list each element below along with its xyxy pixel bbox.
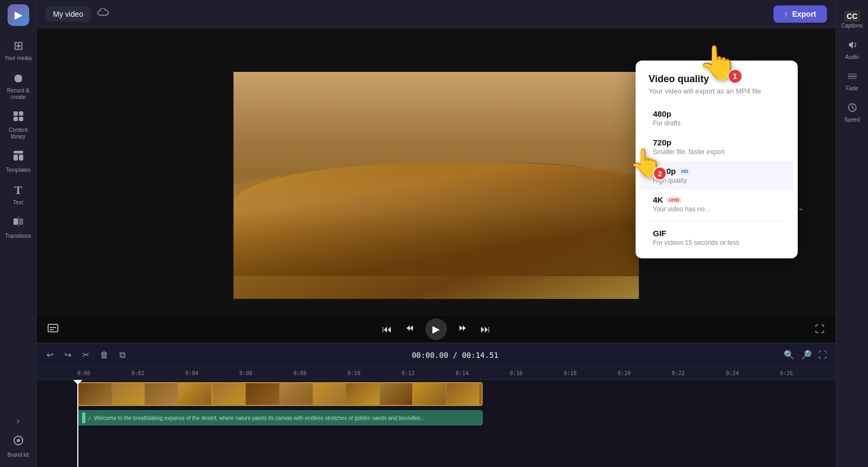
export-option-gif-title: GIF <box>653 229 780 238</box>
panel-collapse-arrow[interactable]: ⌄ <box>798 203 804 212</box>
fade-icon <box>847 71 858 84</box>
cloud-save-icon <box>97 8 109 19</box>
export-option-1080p[interactable]: 1080p HD High quality <box>640 161 793 190</box>
zoom-out-button[interactable]: 🔍 <box>782 348 797 362</box>
export-option-480p[interactable]: 480p For drafts <box>640 104 793 132</box>
export-label: Export <box>792 10 816 18</box>
export-panel-title: Video quality <box>636 74 798 87</box>
templates-icon <box>12 150 24 165</box>
svg-rect-0 <box>14 111 18 116</box>
transitions-icon <box>12 216 24 231</box>
svg-rect-4 <box>14 151 23 154</box>
timeline-ruler: 0:00 0:02 0:04 0:06 0:08 0:10 0:12 0:14 … <box>37 367 836 380</box>
export-option-4k[interactable]: 4K UHD Your video has no... <box>640 190 793 218</box>
export-option-1080p-desc: High quality <box>653 177 780 184</box>
timeline-zoom-controls: 🔍 🔎 ⛶ <box>782 348 829 362</box>
subtitle-music-icon: ♪ <box>88 414 91 422</box>
svg-rect-8 <box>19 218 23 225</box>
forward-button[interactable] <box>456 321 470 338</box>
export-icon: ↑ <box>784 10 788 18</box>
sidebar-item-label-content-library: Content library <box>4 127 32 140</box>
right-sidebar-label-captions: Captions <box>842 23 863 29</box>
sidebar-collapse-trigger[interactable]: › <box>17 416 19 426</box>
sidebar-item-transitions[interactable]: Transitions <box>2 211 35 244</box>
clip-thumb-7 <box>279 383 312 405</box>
right-sidebar-item-audio[interactable]: Audio <box>837 35 867 64</box>
ruler-mark-10: 0:20 <box>618 370 672 376</box>
export-option-4k-desc: Your video has no... <box>653 205 780 213</box>
timeline-playhead <box>77 380 78 467</box>
undo-button[interactable]: ↩ <box>43 348 57 362</box>
subtitle-track-clip[interactable]: ♪ Welcome to the breathtaking expanse of… <box>77 410 483 425</box>
zoom-in-button[interactable]: 🔎 <box>799 348 814 362</box>
clip-thumb-1 <box>78 383 111 405</box>
right-sidebar-item-captions[interactable]: CC Captions <box>837 6 867 33</box>
skip-back-button[interactable]: ⏮ <box>380 322 394 337</box>
video-fog <box>233 174 639 242</box>
subtitle-text: Welcome to the breathtaking expanse of t… <box>94 415 425 421</box>
clip-thumb-3 <box>145 383 178 405</box>
sidebar-item-templates[interactable]: Templates <box>2 145 35 178</box>
sidebar-item-label-record: Record &create <box>7 88 30 101</box>
export-option-gif[interactable]: GIF For videos 15 seconds or less <box>640 223 793 252</box>
main-content: My video ↑ Export ⏮ ▶ <box>37 0 836 467</box>
clip-thumb-10 <box>380 383 412 405</box>
clip-thumb-9 <box>346 383 379 405</box>
video-track-clip[interactable] <box>77 382 483 406</box>
sidebar-item-record[interactable]: ⏺ Record &create <box>2 67 35 105</box>
clip-thumb-5 <box>212 383 245 405</box>
content-area: ⏮ ▶ ⏭ ⛶ Video quality Your video will ex… <box>37 28 836 343</box>
sidebar-item-brand-kit[interactable]: Brand kit <box>2 430 35 463</box>
sidebar-item-label-transitions: Transitions <box>5 233 31 239</box>
video-frame <box>233 72 639 299</box>
app-logo: ▶ <box>8 4 29 26</box>
ruler-marks: 0:00 0:02 0:04 0:06 0:08 0:10 0:12 0:14 … <box>77 370 834 376</box>
ruler-mark-13: 0:26 <box>780 370 834 376</box>
export-option-480p-title: 480p <box>653 109 780 118</box>
clip-thumb-4 <box>179 383 211 405</box>
record-icon: ⏺ <box>12 71 24 85</box>
sidebar-item-label-text: Text <box>13 199 23 206</box>
sidebar-item-text[interactable]: T Text <box>2 179 35 210</box>
svg-rect-1 <box>19 111 23 116</box>
ruler-mark-12: 0:24 <box>726 370 780 376</box>
uhd-badge: UHD <box>666 197 682 203</box>
ruler-mark-7: 0:14 <box>456 370 510 376</box>
export-option-720p[interactable]: 720p Smaller file, faster export <box>640 132 793 161</box>
duplicate-button[interactable]: ⧉ <box>116 348 129 362</box>
rewind-button[interactable] <box>403 321 417 338</box>
clip-thumb-11 <box>413 383 446 405</box>
skip-forward-button[interactable]: ⏭ <box>478 322 492 337</box>
sidebar-item-content-library[interactable]: Content library <box>2 106 35 144</box>
sidebar-item-label-brand-kit: Brand kit <box>8 452 29 458</box>
ruler-mark-8: 0:16 <box>510 370 564 376</box>
export-divider <box>649 221 785 221</box>
sidebar-item-your-media[interactable]: ⊞ Your media <box>2 35 35 66</box>
captions-icon: CC <box>844 11 859 22</box>
delete-button[interactable]: 🗑 <box>97 348 112 362</box>
play-button[interactable]: ▶ <box>425 318 447 340</box>
video-title[interactable]: My video <box>45 6 91 22</box>
clip-thumb-2 <box>112 383 144 405</box>
logo-icon: ▶ <box>15 9 22 21</box>
ruler-mark-3: 0:06 <box>239 370 293 376</box>
redo-button[interactable]: ↪ <box>61 348 75 362</box>
hd-badge: HD <box>679 168 691 175</box>
svg-rect-3 <box>19 117 23 121</box>
fullscreen-button[interactable]: ⛶ <box>813 322 827 337</box>
your-media-icon: ⊞ <box>14 39 23 53</box>
export-button[interactable]: ↑ Export <box>773 5 827 23</box>
right-sidebar: CC Captions Audio Fade Speed <box>836 0 868 467</box>
fit-to-window-button[interactable]: ⛶ <box>816 348 829 362</box>
export-option-720p-title: 720p <box>653 138 780 147</box>
clip-thumb-8 <box>313 383 345 405</box>
ruler-mark-9: 0:18 <box>564 370 618 376</box>
cut-button[interactable]: ✂ <box>79 348 92 362</box>
video-controls-bar: ⏮ ▶ ⏭ ⛶ <box>37 316 836 343</box>
subtitle-toggle-button[interactable] <box>45 322 61 337</box>
export-option-720p-desc: Smaller file, faster export <box>653 148 780 156</box>
video-track <box>37 380 836 408</box>
right-sidebar-item-speed[interactable]: Speed <box>837 98 867 127</box>
content-library-icon <box>12 110 24 125</box>
right-sidebar-item-fade[interactable]: Fade <box>837 66 867 96</box>
